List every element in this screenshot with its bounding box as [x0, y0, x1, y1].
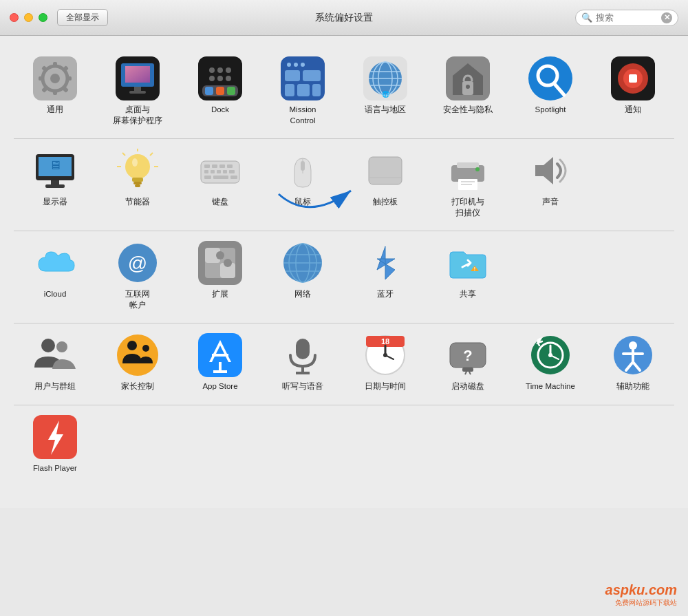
- pref-internet[interactable]: @ 互联网帐户: [96, 238, 179, 313]
- svg-point-49: [528, 56, 572, 100]
- pref-network[interactable]: 网络: [261, 238, 344, 303]
- svg-rect-4: [53, 89, 57, 95]
- pref-parental[interactable]: 家长控制: [96, 330, 179, 395]
- maximize-button[interactable]: [39, 13, 47, 22]
- section-system: 用户与群组 家长控制: [14, 323, 674, 405]
- pref-dictation[interactable]: 听写与语音: [261, 330, 344, 395]
- svg-line-66: [150, 153, 153, 156]
- pref-icloud-label: iCloud: [44, 289, 67, 300]
- svg-point-129: [383, 353, 387, 357]
- pref-timemachine[interactable]: Time Machine: [509, 330, 592, 395]
- pref-display[interactable]: 🖥 显示器: [14, 146, 96, 211]
- svg-point-24: [217, 67, 223, 73]
- pref-security-label: 安全性与隐私: [443, 105, 493, 116]
- search-icon: 🔍: [581, 12, 592, 23]
- svg-rect-75: [219, 164, 225, 168]
- pref-bluetooth[interactable]: 蓝牙: [344, 238, 427, 303]
- show-all-button[interactable]: 全部显示: [57, 9, 108, 26]
- pref-desktop[interactable]: 桌面与屏幕保护程序: [96, 54, 179, 129]
- svg-point-103: [216, 251, 224, 259]
- pref-appstore[interactable]: App Store: [179, 330, 261, 395]
- pref-extensions-label: 扩展: [212, 289, 228, 300]
- pref-energy-label: 节能器: [125, 197, 150, 208]
- pref-flash-label: Flash Player: [33, 463, 77, 474]
- svg-text:@: @: [128, 253, 147, 274]
- pref-datetime[interactable]: 18 日期与时间: [344, 330, 427, 395]
- pref-mouse[interactable]: 鼠标: [261, 146, 344, 211]
- svg-rect-64: [135, 184, 140, 187]
- pref-keyboard[interactable]: 键盘: [179, 146, 261, 211]
- svg-point-37: [301, 63, 305, 67]
- svg-point-35: [287, 63, 291, 67]
- main-content: 通用: [0, 36, 688, 508]
- pref-users[interactable]: 用户与群组: [14, 330, 96, 395]
- search-input[interactable]: [596, 12, 658, 23]
- svg-text:!: !: [474, 266, 475, 271]
- svg-rect-76: [227, 164, 233, 168]
- watermark: aspku.com 免费网站源码下载站: [605, 582, 677, 608]
- pref-network-label: 网络: [294, 289, 311, 300]
- pref-datetime-label: 日期与时间: [365, 381, 406, 392]
- svg-rect-79: [217, 170, 221, 173]
- svg-rect-80: [223, 170, 227, 173]
- svg-point-25: [226, 67, 231, 73]
- svg-rect-62: [132, 178, 143, 182]
- pref-notify[interactable]: 通知: [592, 54, 674, 118]
- pref-sound[interactable]: 声音: [509, 146, 592, 211]
- pref-appstore-label: App Store: [202, 381, 237, 392]
- pref-icloud[interactable]: iCloud: [14, 238, 96, 303]
- svg-rect-91: [457, 162, 479, 168]
- pref-sharing-label: 共享: [460, 289, 476, 300]
- pref-spotlight[interactable]: Spotlight: [509, 54, 592, 118]
- svg-point-115: [127, 341, 137, 350]
- svg-rect-20: [205, 87, 213, 95]
- svg-rect-81: [229, 170, 235, 173]
- svg-rect-21: [216, 87, 224, 95]
- pref-sharing[interactable]: ! 共享: [427, 238, 509, 303]
- minimize-button[interactable]: [24, 13, 33, 22]
- pref-flash[interactable]: Flash Player: [14, 412, 96, 477]
- svg-rect-22: [227, 87, 235, 95]
- search-clear-button[interactable]: ✕: [661, 12, 672, 23]
- pref-parental-label: 家长控制: [121, 381, 154, 392]
- svg-point-26: [209, 76, 215, 81]
- pref-general-label: 通用: [47, 105, 63, 116]
- pref-accessibility-label: 辅助功能: [616, 381, 649, 392]
- pref-dock[interactable]: Dock: [179, 54, 261, 118]
- search-box[interactable]: 🔍 ✕: [575, 10, 678, 26]
- pref-spotlight-label: Spotlight: [535, 105, 566, 116]
- svg-rect-77: [204, 170, 208, 173]
- pref-general[interactable]: 通用: [14, 54, 96, 118]
- section-personal: 通用: [14, 47, 674, 139]
- pref-language[interactable]: 🌐 语言与地区: [344, 54, 427, 118]
- pref-startup[interactable]: ? 启动磁盘: [427, 330, 509, 395]
- pref-users-label: 用户与群组: [34, 381, 76, 392]
- pref-trackpad[interactable]: 触控板: [344, 146, 427, 211]
- pref-startup-label: 启动磁盘: [451, 381, 484, 392]
- svg-rect-55: [629, 74, 637, 83]
- pref-extensions[interactable]: 扩展: [179, 238, 261, 303]
- svg-point-28: [226, 76, 231, 81]
- svg-rect-78: [211, 170, 215, 173]
- pref-language-label: 语言与地区: [365, 105, 406, 116]
- svg-point-36: [294, 63, 298, 67]
- pref-security[interactable]: 安全性与隐私: [427, 54, 509, 118]
- svg-rect-133: [462, 368, 473, 372]
- svg-rect-83: [213, 176, 228, 179]
- pref-mission[interactable]: MissionControl: [261, 54, 344, 129]
- svg-point-61: [125, 154, 150, 179]
- svg-rect-34: [312, 84, 321, 96]
- svg-point-104: [224, 259, 232, 267]
- pref-energy[interactable]: 节能器: [96, 146, 179, 211]
- pref-dictation-label: 听写与语音: [282, 381, 323, 392]
- svg-rect-15: [129, 91, 146, 94]
- svg-line-134: [465, 372, 466, 374]
- svg-point-23: [209, 67, 215, 73]
- svg-point-95: [475, 167, 480, 171]
- pref-printer[interactable]: 打印机与扫描仪: [427, 146, 509, 221]
- svg-rect-31: [303, 70, 321, 81]
- close-button[interactable]: [10, 13, 19, 22]
- svg-point-140: [548, 353, 552, 357]
- pref-accessibility[interactable]: 辅助功能: [592, 330, 674, 395]
- svg-rect-74: [212, 164, 217, 168]
